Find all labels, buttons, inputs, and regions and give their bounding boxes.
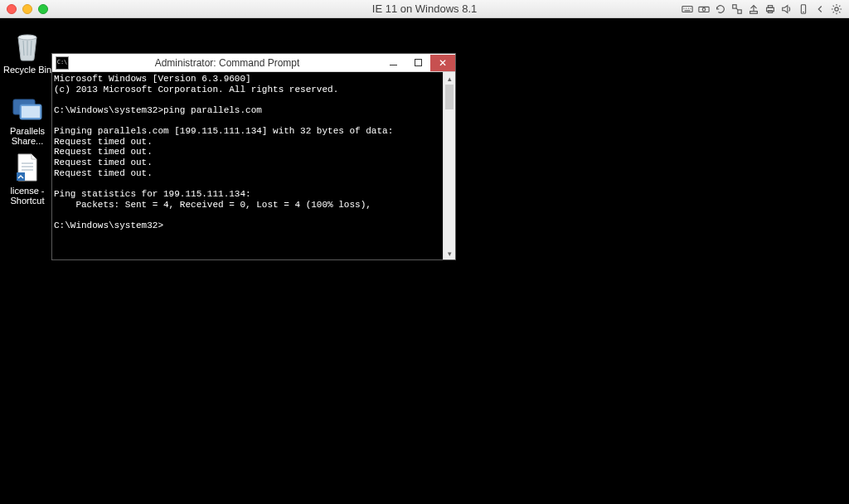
svg-point-20 (18, 35, 36, 40)
parallels-share[interactable]: Parallels Share... (0, 91, 55, 146)
svg-rect-8 (733, 4, 736, 7)
recycle-bin[interactable]: Recycle Bin (0, 30, 55, 75)
svg-rect-14 (768, 5, 772, 7)
svg-rect-12 (750, 11, 758, 13)
system-menu-icon[interactable] (56, 56, 69, 70)
camera-icon[interactable] (698, 3, 710, 15)
sound-icon[interactable] (781, 3, 793, 15)
keyboard-icon[interactable] (682, 3, 693, 15)
svg-marker-16 (783, 5, 788, 12)
window-caption: Administrator: Command Prompt (74, 57, 381, 69)
command-prompt-titlebar[interactable]: Administrator: Command Prompt ✕ (52, 54, 455, 72)
recycle-bin-icon (11, 30, 44, 63)
svg-rect-9 (738, 9, 741, 12)
scrollbar[interactable]: ▴ ▾ (443, 72, 455, 259)
svg-rect-27 (17, 172, 25, 181)
icon-label: Recycle Bin (3, 65, 51, 75)
icon-label: license - Shortcut (0, 186, 55, 206)
scroll-up-icon[interactable]: ▴ (444, 72, 456, 85)
parallels-share-icon (11, 91, 44, 124)
command-prompt-client: Microsoft Windows [Version 6.3.9600] (c)… (52, 72, 455, 259)
close-icon[interactable] (7, 4, 17, 14)
collapse-icon[interactable] (814, 3, 826, 15)
svg-point-19 (835, 7, 838, 10)
traffic-lights (7, 4, 48, 14)
zoom-icon[interactable] (38, 4, 48, 14)
svg-line-10 (736, 8, 738, 10)
parallels-toolbar (682, 3, 842, 15)
gear-icon[interactable] (831, 3, 842, 15)
scroll-thumb[interactable] (445, 85, 454, 109)
svg-point-7 (702, 7, 706, 11)
terminal-output[interactable]: Microsoft Windows [Version 6.3.9600] (c)… (52, 72, 443, 259)
share-icon[interactable] (748, 3, 759, 15)
window-buttons: ✕ (381, 55, 455, 71)
guest-desktop[interactable]: Recycle Bin Parallels Share... license -… (0, 18, 849, 504)
refresh-icon[interactable] (715, 3, 726, 15)
coherence-icon[interactable] (731, 3, 743, 15)
scroll-down-icon[interactable]: ▾ (444, 247, 456, 259)
svg-rect-0 (682, 6, 692, 12)
minimize-icon[interactable] (22, 4, 32, 14)
file-icon (11, 151, 44, 184)
maximize-button[interactable] (405, 55, 430, 71)
license-shortcut[interactable]: license - Shortcut (0, 151, 55, 206)
device-icon[interactable] (798, 3, 809, 15)
svg-rect-23 (22, 106, 40, 118)
minimize-button[interactable] (381, 55, 405, 71)
command-prompt-window[interactable]: Administrator: Command Prompt ✕ Microsof… (51, 53, 456, 260)
close-button[interactable]: ✕ (430, 55, 455, 71)
printer-icon[interactable] (764, 3, 776, 15)
host-titlebar: IE 11 on Windows 8.1 (0, 0, 849, 18)
icon-label: Parallels Share... (0, 126, 55, 146)
